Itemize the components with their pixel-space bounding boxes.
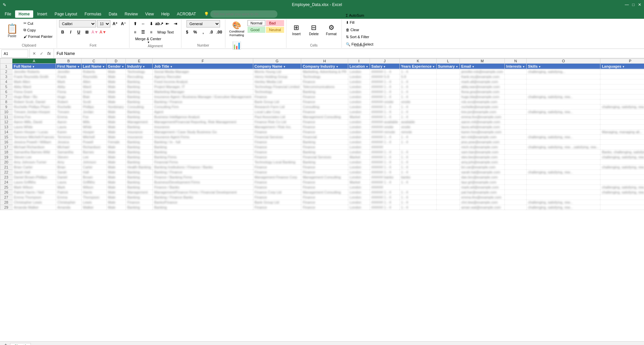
- data-cell[interactable]: Banking: [301, 160, 348, 165]
- data-cell[interactable]: Male: [106, 125, 126, 130]
- data-cell[interactable]: Male: [106, 135, 126, 140]
- data-cell[interactable]: [527, 150, 600, 155]
- increase-font-button[interactable]: A⁺: [111, 20, 119, 27]
- data-cell[interactable]: [436, 99, 460, 105]
- data-cell[interactable]: Emma Fox: [12, 115, 56, 120]
- data-cell[interactable]: Finance: [253, 165, 301, 170]
- data-cell[interactable]: Lee: [81, 155, 106, 160]
- data-cell[interactable]: Paul Associates Ltd: [253, 115, 301, 120]
- data-cell[interactable]: Johnson: [81, 160, 106, 165]
- data-cell[interactable]: Trevare: [56, 110, 81, 115]
- data-cell[interactable]: ###### remote: [370, 130, 399, 135]
- header-cell-4[interactable]: Industry ▼: [126, 64, 153, 69]
- data-cell[interactable]: [505, 175, 527, 180]
- data-cell[interactable]: Rochelle Phillips Pham: [12, 105, 56, 110]
- data-cell[interactable]: [527, 155, 600, 160]
- confirm-formula-button[interactable]: ✓: [39, 51, 45, 57]
- data-cell[interactable]: emma.tho@example.com: [460, 195, 505, 200]
- filter-arrow-3[interactable]: ▼: [121, 65, 124, 68]
- data-cell[interactable]: ###### 1 - 4: [370, 135, 399, 140]
- data-cell[interactable]: [527, 195, 600, 200]
- data-cell[interactable]: Terrence Mitchell-Frances: [12, 135, 56, 140]
- data-cell[interactable]: Mark Wilson: [12, 185, 56, 190]
- data-cell[interactable]: Male: [106, 195, 126, 200]
- data-cell[interactable]: Finance: [301, 180, 348, 185]
- data-cell[interactable]: [505, 94, 527, 99]
- data-cell[interactable]: London: [348, 74, 370, 79]
- menu-file[interactable]: File: [1, 10, 14, 18]
- data-cell[interactable]: Banking: [126, 110, 153, 115]
- header-cell-13[interactable]: Interests ▼: [505, 64, 527, 69]
- data-cell[interactable]: London: [348, 105, 370, 110]
- data-cell[interactable]: Banking: [126, 94, 153, 99]
- data-cell[interactable]: Barnes: [81, 150, 106, 155]
- data-cell[interactable]: Male: [106, 130, 126, 135]
- data-cell[interactable]: Male: [106, 200, 126, 205]
- data-cell[interactable]: Technology: [126, 69, 153, 74]
- col-header-I[interactable]: I: [348, 59, 370, 64]
- data-cell[interactable]: Management/Finance Firms / Financial Dev…: [153, 190, 253, 195]
- filter-arrow-4[interactable]: ▼: [142, 65, 145, 68]
- data-cell[interactable]: Banking: [126, 140, 153, 145]
- data-cell[interactable]: Male: [106, 190, 126, 195]
- data-cell[interactable]: Hooper: [81, 130, 106, 135]
- data-cell[interactable]: [505, 185, 527, 190]
- data-cell[interactable]: London: [348, 79, 370, 84]
- col-header-F[interactable]: F: [153, 59, 253, 64]
- data-cell[interactable]: ###### 1 - 4: [370, 110, 399, 115]
- data-cell[interactable]: London: [348, 190, 370, 195]
- row-num-20[interactable]: 20: [0, 160, 12, 165]
- data-cell[interactable]: Brian: [56, 165, 81, 170]
- data-cell[interactable]: [527, 120, 600, 125]
- data-cell[interactable]: ###### 1 - 4: [370, 115, 399, 120]
- data-cell[interactable]: London: [348, 205, 370, 210]
- row-num-14[interactable]: 14: [0, 130, 12, 135]
- data-cell[interactable]: Banking: [126, 155, 153, 160]
- row-num-11[interactable]: 11: [0, 115, 12, 120]
- data-cell[interactable]: Lewis: [81, 200, 106, 205]
- data-cell[interactable]: London: [348, 165, 370, 170]
- data-cell[interactable]: [436, 205, 460, 210]
- data-cell[interactable]: [436, 155, 460, 160]
- data-cell[interactable]: hugo.bla@example.com: [460, 94, 505, 99]
- data-cell[interactable]: Finance: [253, 185, 301, 190]
- col-header-N[interactable]: N: [505, 59, 527, 64]
- data-cell[interactable]: ###### 1 - 4: [370, 180, 399, 185]
- row-num-12[interactable]: 12: [0, 120, 12, 125]
- data-cell[interactable]: [436, 79, 460, 84]
- data-cell[interactable]: Finance: [253, 130, 301, 135]
- data-cell[interactable]: Daniel Brown-Phillips: [12, 175, 56, 180]
- data-cell[interactable]: [436, 175, 460, 180]
- filter-arrow-6[interactable]: ▼: [282, 65, 286, 68]
- data-cell[interactable]: ######: [370, 185, 399, 190]
- data-cell[interactable]: Health Banking: [126, 165, 153, 170]
- currency-button[interactable]: $: [183, 28, 191, 36]
- format-table-button[interactable]: 📊 Format as Table: [227, 40, 246, 60]
- data-cell[interactable]: [436, 190, 460, 195]
- data-cell[interactable]: Michael Richardson: [12, 145, 56, 150]
- row-num-10[interactable]: 10: [0, 110, 12, 115]
- data-cell[interactable]: [436, 120, 460, 125]
- row-num-2[interactable]: 2: [0, 69, 12, 74]
- col-header-E[interactable]: E: [126, 59, 153, 64]
- italic-button[interactable]: I: [67, 28, 74, 36]
- data-cell[interactable]: Finance: [253, 155, 301, 160]
- data-cell[interactable]: Telecommunications: [301, 84, 348, 89]
- data-cell[interactable]: Agent: [153, 110, 253, 115]
- data-cell[interactable]: Finance: [126, 200, 153, 205]
- data-cell[interactable]: [436, 150, 460, 155]
- cancel-formula-button[interactable]: ✕: [31, 51, 37, 57]
- data-cell[interactable]: [505, 205, 527, 210]
- formula-input[interactable]: [54, 51, 644, 57]
- data-cell[interactable]: stev.lee@example.com: [460, 155, 505, 160]
- data-cell[interactable]: 1 - 4: [399, 69, 436, 74]
- align-right-button[interactable]: ≡: [148, 28, 155, 36]
- data-cell[interactable]: London: [348, 120, 370, 125]
- data-cell[interactable]: 1 - 4: [399, 110, 436, 115]
- data-cell[interactable]: Samantha: [56, 150, 81, 155]
- font-color-button[interactable]: A▼: [99, 28, 107, 36]
- data-cell[interactable]: Consulting: [301, 105, 348, 110]
- data-cell[interactable]: Finance: [301, 170, 348, 175]
- data-cell[interactable]: jess.pow@example.com: [460, 140, 505, 145]
- data-cell[interactable]: Finance: [253, 195, 301, 200]
